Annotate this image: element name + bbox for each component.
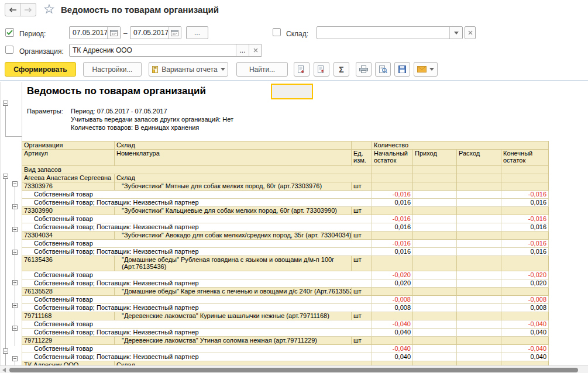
send-email-button[interactable] [414,62,438,77]
cell-begin[interactable]: 0,016 [372,199,413,207]
cell-unit[interactable]: шт [352,288,372,296]
cell-nomenclature[interactable]: "Домашние обеды" Каре ягненка с печенью … [115,288,352,296]
header-begin[interactable]: Начальный остаток [372,150,413,166]
cell-stock-kind[interactable]: Собственный товар [22,271,372,279]
cell-stock-kind[interactable]: Собственный товар [22,240,372,248]
cell-end[interactable]: 0,016 [501,223,549,232]
selected-cell[interactable] [271,84,313,99]
cell-stock-kind[interactable]: Собственный товар [22,191,372,199]
cell-end[interactable]: 0,016 [501,248,549,256]
cell-article[interactable]: 73303990 [22,207,115,215]
cell-article[interactable]: 73304034 [22,232,115,240]
cell-end[interactable]: -0,016 [501,240,549,248]
cell-begin[interactable]: -0,016 [372,240,413,248]
cell-end[interactable]: -0,016 [501,191,549,199]
item-row[interactable]: 76135528 "Домашние обеды" Каре ягненка с… [22,288,549,296]
period-to-field[interactable]: 07.05.2017 [130,26,181,39]
cell-begin[interactable]: 0,016 [372,223,413,232]
cell-end[interactable]: -0,040 [501,345,549,353]
detail-row[interactable]: Собственный товар; Поставщик: Неизвестны… [22,248,549,256]
cell-end[interactable]: 0,016 [501,199,549,207]
forward-button[interactable] [20,4,36,16]
cell-nomenclature[interactable]: "Деревенские лакомства" Утиная соломка н… [115,337,352,345]
horizontal-scrollbar[interactable] [0,365,588,373]
back-button[interactable] [5,4,20,16]
warehouse-clear-button[interactable] [465,26,476,39]
expand-groups-button[interactable] [294,62,310,77]
cell-end[interactable]: 0,008 [501,304,549,312]
cell-begin[interactable]: -0,020 [372,271,413,279]
report-variants-button[interactable]: Варианты отчета [149,62,228,77]
header-nomenclature[interactable]: Номенклатура [115,150,352,166]
save-button[interactable] [394,62,410,77]
item-row[interactable]: 73303990 "Зубочистики" Кальциевые для со… [22,207,549,215]
cell-unit[interactable]: шт [352,182,372,191]
header-inflow[interactable]: Приход [413,150,457,166]
organization-checkbox[interactable] [5,46,13,54]
cell-begin[interactable]: -0,040 [372,320,413,329]
cell-org[interactable]: Агеева Анастасия Сергеевна [22,174,115,182]
detail-row[interactable]: Собственный товар; Поставщик: Неизвестны… [22,199,549,207]
detail-row[interactable]: Собственный товар; Поставщик: Неизвестны… [22,329,549,337]
cell-stock-kind[interactable]: Собственный товар; Поставщик: Неизвестны… [22,223,372,232]
cell-nomenclature[interactable]: "Домашние обеды" Рубленая говядина с язы… [115,256,352,271]
sum-button[interactable]: Σ [333,62,349,77]
detail-row[interactable]: Собственный товар -0,016 -0,016 [22,240,549,248]
cell-stock-kind[interactable]: Собственный товар [22,345,372,353]
organization-value[interactable]: ТК Адресник ООО [70,44,236,56]
header-quantity[interactable]: Количество [372,141,549,150]
warehouse-checkbox[interactable] [273,28,281,36]
item-row[interactable]: 79711229 "Деревенские лакомства" Утиная … [22,337,549,345]
cell-begin[interactable]: 0,040 [372,329,413,337]
item-row[interactable]: 79711168 "Деревенские лакомства" Куриные… [22,312,549,320]
cell-nomenclature[interactable]: "Зубочистики" Авокадо для собак мелких/с… [115,232,352,240]
period-from-value[interactable]: 07.05.2017 [70,27,107,39]
cell-unit[interactable]: шт [352,337,372,345]
cell-warehouse[interactable]: Склад [115,174,372,182]
warehouse-combobox[interactable] [317,26,463,39]
header-outflow[interactable]: Расход [457,150,501,166]
group-row[interactable]: Агеева Анастасия Сергеевна Склад [22,174,549,182]
item-row[interactable]: 76135436 "Домашние обеды" Рубленая говяд… [22,256,549,271]
detail-row[interactable]: Собственный товар -0,040 -0,040 [22,345,549,353]
detail-row[interactable]: Собственный товар; Поставщик: Неизвестны… [22,353,549,361]
scroll-left-icon[interactable] [2,368,6,372]
cell-begin[interactable]: 0,040 [372,353,413,361]
period-from-field[interactable]: 07.05.2017 [69,26,121,39]
scrollbar-thumb[interactable] [9,368,578,372]
header-unit[interactable]: Ед. изм. [352,150,372,166]
cell-begin[interactable]: 0,016 [372,248,413,256]
cell-stock-kind[interactable]: Собственный товар; Поставщик: Неизвестны… [22,199,372,207]
warehouse-value[interactable] [317,27,449,39]
detail-row[interactable]: Собственный товар -0,040 -0,040 [22,320,549,329]
favorites-star-icon[interactable] [44,4,54,16]
cell-nomenclature[interactable]: "Зубочистики" Мятные для собак мелких по… [115,182,352,191]
cell-stock-kind[interactable]: Собственный товар; Поставщик: Неизвестны… [22,353,372,361]
header-warehouse[interactable]: Склад [115,141,352,150]
cell-article[interactable]: 73303976 [22,182,115,191]
cell-end[interactable]: -0,016 [501,215,549,223]
cell-begin[interactable]: -0,016 [372,191,413,199]
detail-row[interactable]: Собственный товар; Поставщик: Неизвестны… [22,304,549,312]
cell-end[interactable]: 0,040 [501,329,549,337]
cell-nomenclature[interactable]: "Зубочистики" Кальциевые для собак мелки… [115,207,352,215]
cell-stock-kind[interactable]: Собственный товар; Поставщик: Неизвестны… [22,329,372,337]
print-button[interactable] [356,62,372,77]
header-article[interactable]: Артикул [22,150,115,166]
cell-stock-kind[interactable]: Собственный товар [22,215,372,223]
cell-stock-kind[interactable]: Собственный товар [22,296,372,304]
collapse-groups-button[interactable] [314,62,329,77]
detail-row[interactable]: Собственный товар; Поставщик: Неизвестны… [22,223,549,232]
cell-end[interactable]: 0,040 [501,353,549,361]
cell-begin[interactable]: -0,016 [372,215,413,223]
cell-end[interactable]: -0,020 [501,271,549,279]
cell-stock-kind[interactable]: Собственный товар; Поставщик: Неизвестны… [22,248,372,256]
cell-unit[interactable]: шт [352,312,372,320]
dropdown-arrow-icon[interactable] [449,27,462,39]
cell-unit[interactable]: шт [352,256,372,271]
cell-nomenclature[interactable]: "Деревенские лакомства" Куриные шашлычки… [115,312,352,320]
detail-row[interactable]: Собственный товар -0,016 -0,016 [22,215,549,223]
collapse-report-icon[interactable] [3,101,8,106]
detail-row[interactable]: Собственный товар -0,020 -0,020 [22,271,549,279]
settings-button[interactable]: Настройки... [83,62,142,77]
